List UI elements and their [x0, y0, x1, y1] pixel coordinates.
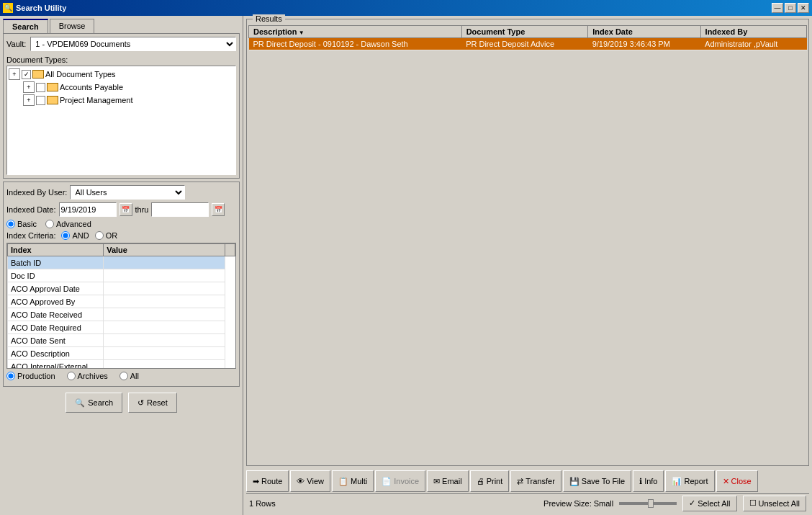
- report-button[interactable]: 📊 Report: [665, 470, 714, 492]
- criteria-row[interactable]: Batch ID: [8, 256, 235, 269]
- criteria-index-cell: ACO Approved By: [8, 295, 104, 308]
- col-indexed-by[interactable]: Indexed By: [700, 26, 806, 38]
- criteria-row[interactable]: ACO Approved By: [8, 295, 235, 308]
- close-x-icon: ✕: [723, 477, 729, 486]
- preview-slider[interactable]: [619, 502, 677, 505]
- criteria-row[interactable]: Doc ID: [8, 269, 235, 282]
- minimize-button[interactable]: —: [772, 3, 783, 13]
- close-button[interactable]: ✕: [798, 3, 809, 13]
- scope-row: Production Archives All: [6, 372, 236, 380]
- view-button[interactable]: 👁 View: [290, 470, 330, 492]
- indexed-by-section: Indexed By User: All Users Indexed Date:…: [3, 182, 240, 387]
- tree-item-project-mgmt[interactable]: + Project Management: [9, 94, 234, 107]
- reset-button[interactable]: ↺ Reset: [128, 393, 177, 413]
- doc-types-box: + ✓ All Document Types + Accounts Payabl…: [6, 66, 236, 175]
- criteria-row[interactable]: ACO Approval Date: [8, 282, 235, 295]
- and-label: AND: [72, 231, 89, 240]
- maximize-button[interactable]: □: [785, 3, 796, 13]
- close-button[interactable]: ✕ Close: [716, 470, 758, 492]
- radio-basic[interactable]: Basic: [6, 220, 37, 228]
- radio-and[interactable]: AND: [61, 231, 89, 240]
- expander-ap[interactable]: +: [23, 81, 35, 93]
- indexed-date-to[interactable]: [151, 202, 209, 217]
- radio-all[interactable]: All: [119, 372, 139, 380]
- preview-size-label: Preview Size: Small: [543, 499, 613, 508]
- criteria-index-cell: ACO Date Required: [8, 321, 104, 334]
- criteria-index-cell: Batch ID: [8, 256, 104, 269]
- result-indexed-by: Administrator ,pVault: [700, 38, 806, 50]
- radio-basic-label: Basic: [17, 220, 37, 228]
- print-button[interactable]: 🖨 Print: [470, 470, 510, 492]
- criteria-row[interactable]: ACO Date Required: [8, 321, 235, 334]
- expander-pm[interactable]: +: [23, 94, 35, 106]
- result-description: PR Direct Deposit - 0910192 - Dawson Set…: [249, 38, 462, 50]
- unselect-checkbox-icon: ☐: [749, 498, 757, 508]
- window-title: Search Utility: [16, 4, 66, 12]
- criteria-index-cell: ACO Date Sent: [8, 334, 104, 347]
- criteria-value-cell[interactable]: [104, 282, 225, 295]
- tab-bar: Search Browse: [3, 19, 240, 33]
- multi-button[interactable]: 📋 Multi: [332, 470, 374, 492]
- search-mode-row: Basic Advanced: [6, 220, 236, 228]
- indexed-date-from[interactable]: [59, 202, 117, 217]
- indexed-by-label: Indexed By User:: [6, 188, 67, 197]
- right-panel: Results Description Document Type Index …: [243, 16, 812, 515]
- search-button-label: Search: [88, 398, 113, 407]
- slider-thumb: [648, 499, 654, 508]
- criteria-value-cell[interactable]: [104, 347, 225, 360]
- result-index-date: 9/19/2019 3:46:43 PM: [588, 38, 700, 50]
- criteria-value-cell[interactable]: [104, 321, 225, 334]
- cal-button-to[interactable]: 📅: [212, 203, 225, 216]
- checkbox-pm[interactable]: [36, 96, 45, 105]
- unselect-all-button[interactable]: ☐ Unselect All: [743, 496, 806, 511]
- radio-advanced[interactable]: Advanced: [45, 220, 91, 228]
- radio-advanced-label: Advanced: [56, 220, 91, 228]
- info-button[interactable]: ℹ Info: [633, 470, 664, 492]
- vault-select[interactable]: 1 - VPDEM069 Documents: [30, 37, 236, 51]
- criteria-row[interactable]: ACO Description: [8, 347, 235, 360]
- invoice-button[interactable]: 📄 Invoice: [375, 470, 425, 492]
- criteria-value-cell[interactable]: [104, 256, 225, 269]
- criteria-row[interactable]: ACO Date Sent: [8, 334, 235, 347]
- select-all-button[interactable]: ✓ Select All: [682, 496, 736, 511]
- radio-or[interactable]: OR: [95, 231, 118, 240]
- table-row[interactable]: PR Direct Deposit - 0910192 - Dawson Set…: [249, 38, 807, 50]
- tree-item-accounts-payable[interactable]: + Accounts Payable: [9, 81, 234, 94]
- tab-search[interactable]: Search: [3, 19, 48, 33]
- criteria-value-cell[interactable]: [104, 360, 225, 370]
- report-icon: 📊: [672, 477, 682, 486]
- results-legend: Results: [253, 14, 285, 23]
- tab-browse[interactable]: Browse: [50, 19, 95, 33]
- criteria-value-cell[interactable]: [104, 295, 225, 308]
- col-scrollbar: [225, 244, 235, 256]
- folder-icon-all: [32, 70, 44, 79]
- criteria-row[interactable]: ACO Date Received: [8, 308, 235, 321]
- radio-production[interactable]: Production: [6, 372, 55, 380]
- email-icon: ✉: [433, 477, 440, 486]
- radio-archives[interactable]: Archives: [67, 372, 108, 380]
- search-button[interactable]: 🔍 Search: [66, 393, 122, 413]
- tree-item-all[interactable]: + ✓ All Document Types: [9, 68, 234, 81]
- checkbox-ap[interactable]: [36, 83, 45, 92]
- tree-label-all: All Document Types: [45, 70, 116, 79]
- expander-all[interactable]: +: [9, 68, 20, 80]
- criteria-value-cell[interactable]: [104, 269, 225, 282]
- col-index-date[interactable]: Index Date: [588, 26, 700, 38]
- email-button[interactable]: ✉ Email: [427, 470, 469, 492]
- select-all-check-icon: ✓: [689, 498, 695, 508]
- criteria-value-cell[interactable]: [104, 308, 225, 321]
- print-icon: 🖨: [477, 477, 484, 485]
- index-criteria-section: Index Criteria: AND OR Index: [6, 231, 236, 369]
- save-to-file-button[interactable]: 💾 Save To File: [563, 470, 631, 492]
- indexed-by-select[interactable]: All Users: [70, 185, 185, 200]
- criteria-value-cell[interactable]: [104, 334, 225, 347]
- thru-label: thru: [135, 205, 149, 214]
- col-document-type[interactable]: Document Type: [461, 26, 588, 38]
- transfer-button[interactable]: ⇄ Transfer: [510, 470, 561, 492]
- checkbox-all[interactable]: ✓: [22, 70, 31, 79]
- route-button[interactable]: ➡ Route: [246, 470, 289, 492]
- all-label: All: [130, 372, 139, 380]
- col-description[interactable]: Description: [249, 26, 462, 38]
- cal-button-from[interactable]: 📅: [119, 203, 132, 216]
- criteria-row[interactable]: ACO Internal/External: [8, 360, 235, 370]
